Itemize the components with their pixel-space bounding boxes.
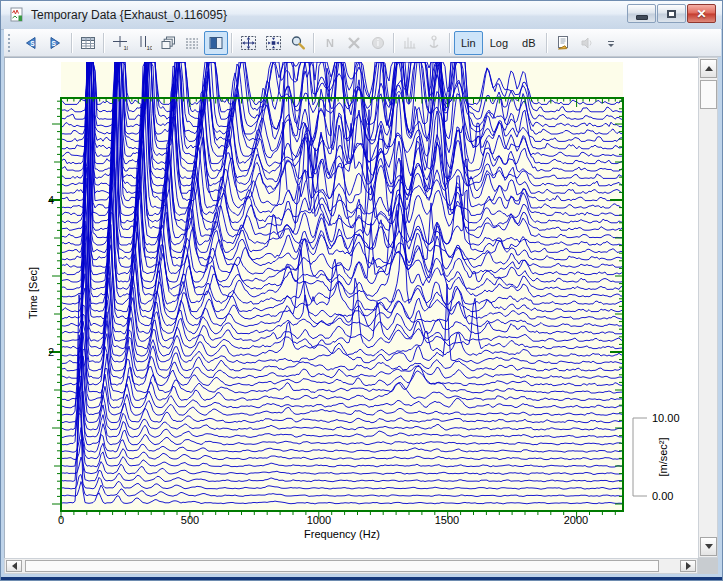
arrow-right-icon — [686, 562, 695, 570]
scale-log-label: Log — [487, 37, 511, 49]
zoom-extents-icon — [240, 35, 257, 51]
play-sound-icon — [579, 35, 595, 51]
svg-text:S: S — [30, 39, 35, 46]
amplitude-max-label: 10.00 — [652, 412, 680, 424]
x-tick-label-500: 500 — [181, 514, 199, 526]
scale-linear-button[interactable]: Lin — [454, 31, 483, 55]
minimize-button[interactable] — [627, 4, 656, 23]
x-tick-label-2000: 2000 — [564, 514, 588, 526]
back-display-icon — [160, 35, 176, 51]
restore-button[interactable] — [657, 4, 686, 23]
toolbar-options-button[interactable] — [599, 31, 623, 55]
curve-remove-icon — [346, 35, 362, 51]
plot-canvas[interactable]: 4 2 0 500 1000 1500 2000 Frequency (Hz) … — [4, 57, 698, 558]
titlebar: Temporary Data {Exhaust_0.116095} ✕ — [1, 1, 722, 30]
arrow-down-icon — [705, 544, 713, 553]
waveform-document-icon — [9, 7, 25, 23]
double-cursor-button[interactable]: 10 — [132, 31, 156, 55]
restore-icon — [667, 10, 676, 18]
close-button[interactable]: ✕ — [687, 4, 716, 23]
toolbar-separator — [393, 33, 395, 53]
properties-button[interactable] — [551, 31, 575, 55]
scrollbar-corner — [698, 558, 718, 574]
zoom-extents-button[interactable] — [236, 31, 261, 55]
x-axis-title: Frequency (Hz) — [304, 528, 380, 540]
vertical-scroll-thumb[interactable] — [700, 80, 717, 109]
toolbar: SS1010NiLinLogdB — [4, 29, 721, 57]
scroll-left-button[interactable] — [6, 560, 22, 572]
amplitude-scale-bracket — [633, 418, 647, 496]
fixed-cursor-button[interactable] — [422, 31, 446, 55]
svg-text:10: 10 — [124, 44, 129, 50]
magnify-icon — [290, 35, 306, 51]
x-tick-label-1500: 1500 — [435, 514, 459, 526]
single-cursor-icon: 10 — [112, 35, 128, 51]
y-tick-label-2: 2 — [48, 346, 54, 358]
harmonic-cursor-button[interactable] — [398, 31, 422, 55]
scale-db-label: dB — [519, 37, 538, 49]
vertical-scrollbar[interactable] — [698, 57, 718, 558]
fixed-cursor-icon — [426, 35, 442, 51]
amplitude-unit-label: [m/sec²] — [657, 437, 669, 476]
double-cursor-icon: 10 — [136, 35, 152, 51]
curve-fit-n-icon: N — [322, 35, 338, 51]
curve-fit-n-button[interactable]: N — [318, 31, 342, 55]
arrow-up-icon — [705, 62, 713, 71]
scale-db-button[interactable]: dB — [515, 31, 542, 55]
show-data-table-button[interactable] — [76, 31, 100, 55]
amplitude-min-label: 0.00 — [652, 490, 673, 502]
zoom-box-icon — [265, 35, 282, 51]
svg-text:i: i — [377, 38, 379, 48]
curve-info-button[interactable]: i — [366, 31, 390, 55]
waterfall-plot[interactable]: 4 2 0 500 1000 1500 2000 Frequency (Hz) … — [4, 57, 698, 558]
zoom-box-button[interactable] — [261, 31, 286, 55]
minimize-icon — [636, 15, 648, 20]
dot-display-icon — [184, 35, 200, 51]
curve-info-icon: i — [370, 35, 386, 51]
show-data-table-icon — [80, 35, 96, 51]
arrow-left-icon — [8, 562, 17, 570]
next-section-button[interactable]: S — [43, 31, 68, 55]
harmonic-cursor-icon — [402, 35, 418, 51]
y-tick-label-4: 4 — [48, 194, 54, 206]
y-axis-title: Time [Sec] — [27, 267, 39, 319]
scroll-up-button[interactable] — [700, 59, 717, 78]
x-tick-label-0: 0 — [58, 514, 64, 526]
window-title: Temporary Data {Exhaust_0.116095} — [31, 8, 227, 22]
window-controls: ✕ — [627, 4, 716, 23]
toolbar-separator — [71, 33, 73, 53]
waterfall-display-button[interactable] — [204, 31, 228, 55]
play-sound-button[interactable] — [575, 31, 599, 55]
magnify-button[interactable] — [286, 31, 310, 55]
scroll-right-button[interactable] — [680, 560, 696, 572]
toolbar-separator — [231, 33, 233, 53]
horizontal-scrollbar[interactable] — [4, 558, 698, 574]
horizontal-scroll-thumb[interactable] — [25, 560, 659, 572]
curve-remove-button[interactable] — [342, 31, 366, 55]
scale-log-button[interactable]: Log — [483, 31, 515, 55]
svg-text:N: N — [326, 37, 334, 49]
properties-icon — [555, 35, 571, 51]
scroll-down-button[interactable] — [700, 537, 717, 556]
previous-section-button[interactable]: S — [18, 31, 43, 55]
svg-text:S: S — [52, 39, 57, 46]
toolbar-options-icon — [606, 35, 616, 51]
back-display-button[interactable] — [156, 31, 180, 55]
dot-display-button[interactable] — [180, 31, 204, 55]
toolbar-separator — [546, 33, 548, 53]
waterfall-display-icon — [208, 35, 224, 51]
close-icon: ✕ — [696, 8, 706, 20]
previous-section-icon: S — [22, 35, 39, 51]
next-section-icon: S — [47, 35, 64, 51]
toolbar-separator — [313, 33, 315, 53]
app-window: Temporary Data {Exhaust_0.116095} ✕ SS10… — [0, 0, 723, 581]
toolbar-grip-icon[interactable] — [8, 34, 13, 52]
scale-linear-label: Lin — [458, 37, 479, 49]
single-cursor-button[interactable]: 10 — [108, 31, 132, 55]
x-tick-label-1000: 1000 — [307, 514, 331, 526]
svg-text:10: 10 — [147, 44, 153, 50]
toolbar-separator — [449, 33, 451, 53]
toolbar-separator — [103, 33, 105, 53]
